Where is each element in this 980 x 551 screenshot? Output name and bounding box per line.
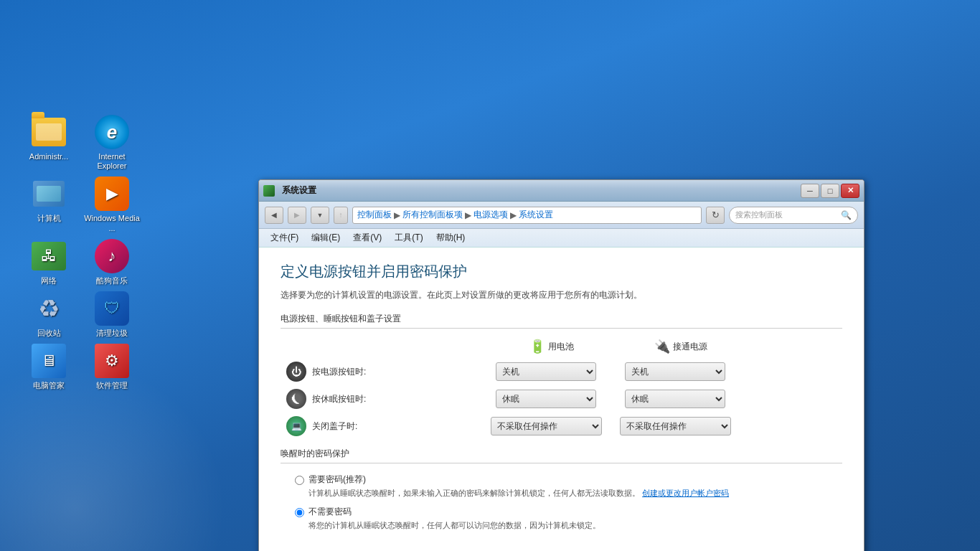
desktop-icon-recycle[interactable]: ♻ 回收站 [20,291,77,338]
breadcrumb-system-settings[interactable]: 系统设置 [519,209,553,221]
menu-file[interactable]: 文件(F) [265,230,304,245]
menu-help[interactable]: 帮助(H) [430,230,471,245]
content-area: 定义电源按钮并启用密码保护 选择要为您的计算机设置的电源设置。在此页上对设置所做… [259,248,864,551]
section2-title: 唤醒时的密码保护 [281,448,842,463]
titlebar: 系统设置 ─ □ ✕ [259,180,864,202]
sleep-button-row: ⏾ 按休眠按钮时: 关机 休眠 睡眠 不采取任何操作 关机 休眠 [281,389,842,409]
desktop-icon-network-label: 网络 [41,276,57,286]
radio-need-password[interactable]: 需要密码(推荐) 计算机从睡眠状态唤醒时，如果未输入正确的密码来解除计算机锁定，… [295,474,842,499]
desktop-icon-computer[interactable]: 计算机 [20,176,77,232]
radio-no-password-desc: 将您的计算机从睡眠状态唤醒时，任何人都可以访问您的数据，因为计算机未锁定。 [308,520,600,531]
lid-power-select[interactable]: 关机 休眠 睡眠 不采取任何操作 [620,417,731,435]
battery-header: 🔋 用电池 [487,339,616,354]
breadcrumb-controlpanel[interactable]: 控制面板 [357,209,392,221]
search-bar[interactable]: 搜索控制面板 🔍 [729,207,858,224]
page-title: 定义电源按钮并启用密码保护 [281,262,842,281]
radio-no-password-title: 不需要密码 [308,506,600,518]
desktop-icon-administrator-label: Administr... [29,152,68,161]
radio-need-password-title: 需要密码(推荐) [308,474,729,486]
sleep-button-label: 按休眠按钮时: [312,393,366,405]
menu-edit[interactable]: 编辑(E) [306,230,346,245]
power-button-battery-select[interactable]: 关机 休眠 睡眠 不采取任何操作 [496,362,596,381]
desktop-icon-ie-label: Internet Explorer [83,152,141,171]
desktop-icon-network[interactable]: 🖧 网络 [20,239,77,286]
desktop-icon-clean-label: 清理垃圾 [96,329,128,338]
radio-need-password-input[interactable] [295,476,304,485]
power-header: 🔌 接通电源 [616,339,745,354]
lid-close-label: 关闭盖子时: [312,420,357,433]
desktop-icon-administrator[interactable]: Administr... [20,115,77,171]
desktop-icon-windows-media-label: Windows Media ... [83,214,141,232]
power-button-power-select[interactable]: 关机 休眠 睡眠 不采取任何操作 [625,362,725,381]
section1-title: 电源按钮、睡眠按钮和盖子设置 [281,313,842,329]
desktop-icon-pcmgr-label: 电脑管家 [33,381,65,390]
sleep-button-power-select[interactable]: 关机 休眠 睡眠 不采取任何操作 [625,390,725,408]
up-button[interactable]: ↑ [334,207,348,224]
titlebar-title: 系统设置 [282,184,316,197]
address-bar: ◀ ▶ ▼ ↑ 控制面板 ▶ 所有控制面板项 ▶ 电源选项 ▶ 系统设置 ↻ 搜… [259,202,864,229]
minimize-button[interactable]: ─ [801,184,819,198]
lid-close-row: 💻 关闭盖子时: 关机 休眠 睡眠 不采取任何操作 关机 休眠 [281,416,842,436]
desktop-icon-recycle-label: 回收站 [37,329,61,338]
desktop: Administr... e Internet Explorer 计算机 [0,0,980,551]
search-placeholder: 搜索控制面板 [735,209,841,220]
desktop-icon-music-label: 酷狗音乐 [96,276,128,286]
power-button-label: 按电源按钮时: [312,366,366,378]
create-password-link[interactable]: 创建或更改用户帐户密码 [642,489,729,497]
address-path[interactable]: 控制面板 ▶ 所有控制面板项 ▶ 电源选项 ▶ 系统设置 [352,207,702,224]
battery-icon: 🔋 [529,339,545,354]
menu-view[interactable]: 查看(V) [347,230,387,245]
lid-icon: 💻 [286,416,306,436]
maximize-button[interactable]: □ [821,184,839,198]
plug-icon: 🔌 [654,339,670,354]
power-button-row: ⏻ 按电源按钮时: 关机 休眠 睡眠 不采取任何操作 关机 休眠 [281,362,842,382]
breadcrumb-all-items[interactable]: 所有控制面板项 [402,209,463,221]
desktop-icon-software-label: 软件管理 [96,381,128,390]
radio-no-password-input[interactable] [295,508,304,517]
radio-need-password-desc: 计算机从睡眠状态唤醒时，如果未输入正确的密码来解除计算机锁定，任何人都无法读取数… [308,488,729,499]
menu-tools[interactable]: 工具(T) [389,230,428,245]
sleep-button-battery-select[interactable]: 关机 休眠 睡眠 不采取任何操作 [496,390,596,408]
close-button[interactable]: ✕ [841,184,859,198]
forward-button[interactable]: ▶ [288,207,306,224]
radio-no-password[interactable]: 不需要密码 将您的计算机从睡眠状态唤醒时，任何人都可以访问您的数据，因为计算机未… [295,506,842,531]
search-icon: 🔍 [841,210,852,220]
desktop-icon-computer-label: 计算机 [37,214,61,223]
power-button-icon: ⏻ [286,362,306,382]
titlebar-controls: ─ □ ✕ [801,184,859,198]
control-panel-window: 系统设置 ─ □ ✕ ◀ ▶ ▼ ↑ 控制面板 ▶ 所有控制面板项 ▶ 电源选项… [258,179,864,551]
desktop-icon-pcmgr[interactable]: 🖥 电脑管家 [20,344,77,390]
lid-battery-select[interactable]: 关机 休眠 睡眠 不采取任何操作 [491,417,602,435]
desktop-icon-clean[interactable]: 🛡 清理垃圾 [83,291,141,338]
menu-bar: 文件(F) 编辑(E) 查看(V) 工具(T) 帮助(H) [259,229,864,248]
desktop-icon-software[interactable]: ⚙ 软件管理 [83,344,141,390]
page-subtitle: 选择要为您的计算机设置的电源设置。在此页上对设置所做的更改将应用于您所有的电源计… [281,288,842,301]
desktop-icon-windows-media[interactable]: ▶ Windows Media ... [83,176,141,232]
breadcrumb-power[interactable]: 电源选项 [473,209,508,221]
refresh-button[interactable]: ↻ [706,207,725,224]
sleep-button-icon: ⏾ [286,389,306,409]
dropdown-button[interactable]: ▼ [311,207,329,224]
desktop-icon-music[interactable]: ♪ 酷狗音乐 [83,239,141,286]
desktop-icon-ie[interactable]: e Internet Explorer [83,115,141,171]
back-button[interactable]: ◀ [265,207,283,224]
